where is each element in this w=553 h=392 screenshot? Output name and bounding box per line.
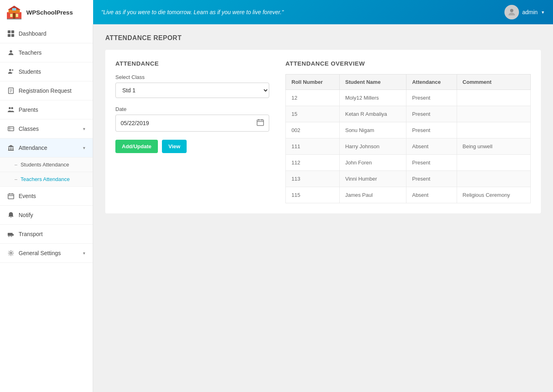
date-input[interactable] [116, 116, 252, 130]
registration-icon [7, 87, 15, 94]
calendar-icon[interactable] [252, 115, 269, 131]
svg-point-8 [510, 9, 513, 12]
sidebar-item-registration[interactable]: Registration Request [0, 81, 93, 100]
sidebar-item-general-settings[interactable]: General Settings ▾ [0, 244, 93, 263]
attendance-icon [7, 144, 15, 151]
notify-icon [7, 211, 15, 219]
header-quote: "Live as if you were to die tomorrow. Le… [93, 9, 504, 16]
svg-rect-27 [13, 147, 13, 150]
sidebar-item-students[interactable]: Students [0, 62, 93, 81]
students-icon [7, 68, 15, 75]
sub-dash: – [15, 177, 17, 182]
cell-comment [457, 90, 530, 106]
students-attendance-label: Students Attendance [21, 162, 69, 168]
cell-comment [457, 122, 530, 138]
svg-point-36 [11, 236, 12, 237]
svg-rect-5 [13, 13, 15, 19]
svg-rect-25 [9, 147, 9, 150]
view-button[interactable]: View [162, 140, 187, 153]
svg-rect-28 [8, 150, 14, 151]
date-group: Date [115, 106, 269, 132]
table-row: 002 Sonu Nigam Present [286, 122, 531, 138]
sidebar-item-teachers[interactable]: Teachers [0, 43, 93, 62]
svg-rect-4 [16, 14, 18, 17]
cell-name: John Foren [339, 155, 406, 171]
svg-rect-7 [7, 19, 21, 19]
teachers-icon [7, 49, 15, 56]
date-label: Date [115, 106, 269, 112]
user-menu[interactable]: admin ▼ [504, 5, 553, 19]
user-name: admin [522, 9, 538, 15]
cell-roll: 12 [286, 90, 340, 106]
cell-comment: Being unwell [457, 138, 530, 155]
svg-rect-29 [8, 194, 14, 199]
sidebar-item-classes[interactable]: Classes ▾ [0, 119, 93, 138]
col-roll: Roll Number [286, 75, 340, 90]
svg-point-20 [9, 107, 11, 109]
svg-point-14 [9, 69, 11, 71]
col-comment: Commment [457, 75, 530, 90]
classes-icon [7, 125, 15, 132]
cell-roll: 112 [286, 155, 340, 171]
svg-point-35 [9, 236, 10, 237]
cell-comment: Religious Ceremony [457, 187, 530, 203]
teachers-attendance-label: Teachers Attendance [21, 176, 70, 182]
cell-roll: 15 [286, 106, 340, 122]
table-row: 111 Harry Johnson Absent Being unwell [286, 138, 531, 155]
select-class-label: Select Class [115, 74, 269, 80]
events-icon [7, 192, 15, 200]
attendance-form-title: ATTENDANCE [115, 60, 269, 67]
cell-attendance: Absent [406, 138, 457, 155]
date-input-wrapper [115, 115, 269, 132]
cell-attendance: Present [406, 171, 457, 187]
sidebar-label: Parents [19, 107, 85, 113]
sidebar-label: Students [19, 68, 85, 75]
sidebar-item-students-attendance[interactable]: – Students Attendance [0, 158, 93, 172]
sidebar-item-parents[interactable]: Parents [0, 100, 93, 119]
svg-rect-11 [8, 34, 11, 37]
sidebar-label: Dashboard [19, 30, 85, 37]
svg-point-21 [11, 107, 13, 109]
svg-rect-26 [11, 147, 11, 150]
cell-roll: 113 [286, 171, 340, 187]
cell-attendance: Present [406, 90, 457, 106]
settings-icon [7, 249, 15, 257]
sidebar-label: Classes [19, 126, 79, 132]
attendance-submenu: – Students Attendance – Teachers Attenda… [0, 158, 93, 187]
parents-icon [7, 106, 15, 113]
app-name: WPSchoolPress [26, 9, 73, 16]
cell-attendance: Present [406, 122, 457, 138]
sub-dash: – [15, 162, 17, 168]
sidebar-label: General Settings [19, 250, 79, 256]
settings-chevron-icon: ▾ [83, 251, 85, 256]
svg-point-13 [10, 50, 12, 53]
sidebar-item-dashboard[interactable]: Dashboard [0, 24, 93, 43]
svg-rect-9 [8, 30, 11, 33]
cell-name: Ketan R Ambaliya [339, 106, 406, 122]
svg-marker-34 [13, 234, 14, 236]
sidebar-label: Events [19, 193, 85, 199]
cell-roll: 115 [286, 187, 340, 203]
cell-name: Harry Johnson [339, 138, 406, 155]
col-name: Student Name [339, 75, 406, 90]
sidebar-item-attendance[interactable]: Attendance ▾ [0, 138, 93, 158]
form-btn-group: Add/Update View [115, 140, 269, 153]
cell-comment [457, 155, 530, 171]
cell-name: Moly12 Millers [339, 90, 406, 106]
sidebar-item-notify[interactable]: Notify [0, 206, 93, 225]
col-attendance: Attendance [406, 75, 457, 90]
add-update-button[interactable]: Add/Update [115, 140, 158, 153]
attendance-overview: ATTENDANCE OVERVIEW Roll Number Student … [285, 60, 531, 203]
svg-rect-22 [8, 127, 14, 131]
sidebar-item-events[interactable]: Events [0, 187, 93, 206]
sidebar-item-teachers-attendance[interactable]: – Teachers Attendance [0, 172, 93, 187]
sidebar-label: Notify [19, 212, 85, 218]
sidebar: Dashboard Teachers Students Registration… [0, 24, 93, 392]
transport-icon [7, 230, 15, 238]
attendance-overview-title: ATTENDANCE OVERVIEW [285, 60, 531, 67]
cell-comment [457, 171, 530, 187]
select-class-group: Select Class Std 1 Std 2 Std 3 [115, 74, 269, 98]
class-select[interactable]: Std 1 Std 2 Std 3 [115, 83, 269, 98]
sidebar-item-transport[interactable]: Transport [0, 225, 93, 244]
cell-attendance: Present [406, 106, 457, 122]
